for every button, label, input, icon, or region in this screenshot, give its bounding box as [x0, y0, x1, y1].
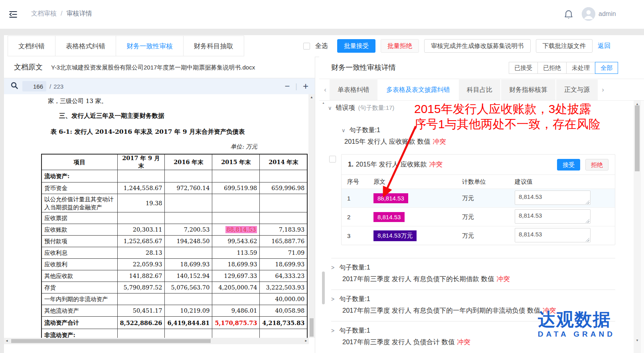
notification-bell-icon[interactable]: [563, 9, 574, 21]
tab-text-vs-source[interactable]: 正文与源: [556, 79, 598, 100]
review-left-scrollbar[interactable]: ▲: [321, 101, 326, 353]
tab-single-table-correction[interactable]: 单表格纠错: [330, 79, 377, 100]
table-cell: [212, 294, 260, 305]
tab-table-format-correction[interactable]: 表格格式纠错: [55, 36, 116, 56]
table-row: 非流动资产:: [41, 329, 307, 338]
vertical-scroll-thumb[interactable]: [310, 318, 314, 337]
document-filename: Y-3北京城建投资发展股份有限公司2017年度第一期中期票据募集说明书.docx: [51, 64, 255, 71]
tab-subject-ratio[interactable]: 科目占比: [459, 79, 500, 100]
download-annotated-button[interactable]: 下载批注版文件: [536, 39, 593, 53]
sentence-text: 2017年前三季度 发行人 有息负债下的长期借款 数值: [342, 275, 494, 282]
table-header-cell: 项目: [41, 154, 117, 170]
scroll-left-icon[interactable]: ◄: [5, 339, 8, 343]
suggested-value-input[interactable]: 8,814.53: [515, 190, 591, 205]
suggested-value-input[interactable]: 8,814.53: [515, 209, 591, 224]
error-sentence: 2017年前三季度 发行人 负债合计 数值冲突: [331, 338, 615, 347]
tab-financial-subject-extraction[interactable]: 财务科目抽取: [183, 36, 244, 56]
table-cell: 6,419,844.81: [165, 317, 212, 329]
select-all-checkbox[interactable]: [303, 43, 310, 50]
table-row: 预付款项 1,252,685.67 194,248.50 99,543.62 1…: [41, 236, 307, 247]
review-vertical-scrollbar[interactable]: ▲ ▼: [634, 101, 644, 353]
table-row: 一年内到期的非流动资产 40,000.00: [41, 294, 307, 305]
document-panel: 文档原文 Y-3北京城建投资发展股份有限公司2017年度第一期中期票据募集说明书…: [4, 57, 315, 353]
tab-financial-indicator-check[interactable]: 财务指标核算: [501, 79, 555, 100]
tab-financial-consistency-review[interactable]: 财务一致性审核: [116, 36, 184, 56]
filter-rejected[interactable]: 已拒绝: [537, 62, 567, 74]
filter-pending[interactable]: 未处理: [566, 62, 595, 74]
chevron-down-icon[interactable]: ∨: [328, 105, 332, 111]
table-cell: 5,790,897.52: [117, 282, 165, 294]
scroll-track[interactable]: ▲ ▼: [634, 101, 641, 353]
magnifier-icon[interactable]: [10, 81, 18, 91]
table-cell: 1,244,558.67: [117, 182, 165, 194]
document-vertical-scrollbar[interactable]: ▲: [308, 94, 315, 338]
finish-generate-button[interactable]: 审核完成并生成修改版募集说明书: [424, 39, 531, 53]
batch-accept-button[interactable]: 批量接受: [337, 39, 375, 53]
highlighted-original-value: 8,814.53万元: [373, 230, 417, 241]
suggest-input-wrap: 8,814.53: [515, 209, 591, 225]
error-group-count: (句子数量:17): [358, 104, 395, 111]
original-value-cell: 8,814.53万元: [373, 226, 462, 245]
table-cell: 165,887.76: [260, 236, 307, 247]
conflict-row: 2 8,814.53 万元 8,814.53: [342, 208, 615, 226]
breadcrumb-separator: /: [61, 10, 62, 17]
document-panel-title: 文档原文: [14, 62, 43, 72]
menu-fold-icon[interactable]: [8, 9, 18, 20]
chevron-down-icon[interactable]: ∨: [342, 127, 346, 133]
breadcrumb-section[interactable]: 文档审核: [31, 10, 57, 17]
table-row: 以公允价值计量且其变动计入当期损益的金融资产 19.38: [41, 194, 307, 212]
unit-cell: 万元: [462, 226, 515, 245]
table-cell: 22,059.93: [117, 259, 165, 270]
table-cell: [165, 329, 212, 338]
review-content: ∨错误项(句子数量:17) 2015年发行人应收账款，3处披露 序号1与其他两处…: [319, 101, 644, 353]
back-link[interactable]: 返回: [598, 42, 610, 50]
sentence-count-header: ∨句子数量:1: [342, 126, 380, 135]
error-sentence: 2015年 发行人 应收账款 数值冲突: [344, 137, 446, 146]
column-header: 计数单位: [462, 175, 515, 189]
vertical-scroll-thumb[interactable]: [635, 105, 640, 171]
scroll-down-icon[interactable]: ▼: [634, 339, 641, 342]
scroll-up-icon[interactable]: ▲: [321, 101, 326, 104]
table-cell: 19.38: [117, 194, 165, 212]
chevron-right-icon[interactable]: >: [331, 327, 334, 334]
tabs-scroll-right-icon[interactable]: ›: [599, 86, 607, 94]
table-cell: [165, 247, 212, 259]
document-horizontal-scrollbar[interactable]: ◄ ►: [4, 338, 309, 344]
error-group-label: 错误项: [336, 104, 355, 111]
reject-button[interactable]: 拒绝: [585, 159, 608, 171]
zoom-out-button[interactable]: −: [284, 82, 290, 91]
scroll-up-icon[interactable]: ▲: [308, 95, 315, 99]
tab-document-correction[interactable]: 文档纠错: [8, 36, 55, 56]
suggested-value-input[interactable]: 8,814.53: [515, 228, 591, 242]
sentence-count-label: 句子数量:1: [350, 127, 380, 133]
filter-accepted[interactable]: 已接受: [509, 62, 538, 74]
filter-all[interactable]: 全部: [595, 62, 618, 74]
tab-multi-table-disclosure-correction[interactable]: 多表格及表文披露纠错: [378, 79, 458, 100]
module-tabs: 文档纠错 表格格式纠错 财务一致性审核 财务科目抽取: [8, 36, 244, 56]
accept-button[interactable]: 接受: [557, 159, 580, 171]
batch-reject-button[interactable]: 批量拒绝: [381, 39, 419, 53]
table-cell: 194,248.50: [165, 236, 212, 247]
chevron-right-icon[interactable]: >: [331, 264, 334, 271]
tabs-scroll-left-icon[interactable]: ‹: [321, 86, 330, 94]
review-panel: 财务一致性审核详情 已接受 已拒绝 未处理 全部 ‹ 单表格纠错 多表格及表文披…: [319, 57, 644, 353]
card-title-text: 2015年 发行人 应收账款: [356, 161, 427, 168]
left-scroll-thumb[interactable]: [322, 272, 325, 304]
user-avatar[interactable]: [582, 7, 595, 21]
scroll-right-icon[interactable]: ►: [304, 339, 308, 343]
card-title: 1.2015年 发行人 应收账款冲突: [348, 160, 443, 169]
avatar-icon-svg: [582, 7, 595, 21]
conflict-tag: 冲突: [429, 161, 443, 168]
suggest-input-wrap: 8,814.53: [515, 190, 591, 206]
card-index: 1.: [348, 161, 354, 168]
table-cell-red: 5,170,875.73: [212, 317, 260, 329]
chevron-right-icon[interactable]: >: [331, 296, 334, 302]
page-number-input[interactable]: [22, 81, 46, 91]
table-cell: 应收股利: [41, 259, 117, 270]
horizontal-scroll-thumb[interactable]: [11, 339, 211, 343]
table-row: 应收股利 22,059.93 18,699.93 18,699.93 18,69…: [41, 259, 307, 270]
table-cell: 非流动资产:: [41, 329, 117, 338]
error-card-checkbox[interactable]: [329, 156, 336, 163]
table-cell: 其他流动资产: [41, 305, 117, 317]
zoom-in-button[interactable]: +: [303, 81, 308, 91]
